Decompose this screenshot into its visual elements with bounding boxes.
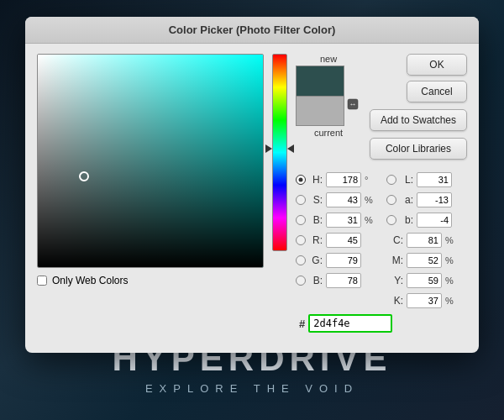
field-b-input[interactable] bbox=[326, 213, 361, 228]
field-b-label: B: bbox=[309, 214, 323, 226]
color-current-swatch[interactable] bbox=[296, 96, 344, 126]
color-field-wrap bbox=[37, 54, 264, 268]
fields-section: H: ° S: % B: % bbox=[296, 171, 467, 309]
field-g-row: G: bbox=[296, 252, 376, 269]
field-m-label: M: bbox=[386, 255, 403, 266]
field-l-radio[interactable] bbox=[386, 175, 396, 185]
dialog-title: Color Picker (Photo Filter Color) bbox=[169, 24, 336, 36]
field-b-row: B: % bbox=[296, 212, 376, 228]
field-l-row: L: bbox=[386, 171, 467, 188]
field-y-input[interactable] bbox=[407, 273, 442, 288]
color-new-swatch[interactable] bbox=[296, 66, 344, 96]
field-h-row: H: ° bbox=[296, 171, 376, 188]
field-y-row: Y: % bbox=[386, 272, 467, 289]
hue-slider-wrap bbox=[272, 54, 287, 251]
hyperdrive-subtitle: EXPLORE THE VOID bbox=[112, 382, 391, 395]
color-preview-block: new ↔ bbox=[296, 54, 361, 138]
new-label: new bbox=[320, 54, 337, 64]
hex-input[interactable] bbox=[308, 314, 392, 333]
field-c-label: C: bbox=[386, 234, 403, 246]
only-web-colors-checkbox[interactable] bbox=[37, 276, 47, 286]
field-m-row: M: % bbox=[386, 252, 467, 269]
field-r-label: R: bbox=[309, 234, 323, 246]
hue-slider[interactable] bbox=[272, 54, 287, 251]
field-s-unit: % bbox=[365, 195, 376, 205]
field-r-row: R: bbox=[296, 232, 376, 249]
field-k-input[interactable] bbox=[407, 293, 442, 308]
only-web-colors-label: Only Web Colors bbox=[52, 275, 128, 286]
color-libraries-button[interactable]: Color Libraries bbox=[370, 138, 467, 160]
field-h-unit: ° bbox=[365, 175, 376, 185]
field-b3-label: b: bbox=[400, 214, 413, 226]
field-m-input[interactable] bbox=[407, 253, 442, 268]
hue-arrow-left bbox=[265, 144, 272, 153]
field-b3-input[interactable] bbox=[417, 213, 452, 228]
only-web-colors-row: Only Web Colors bbox=[37, 275, 264, 286]
field-a-input[interactable] bbox=[417, 192, 452, 207]
field-h-label: H: bbox=[309, 174, 323, 186]
field-b2-row: B: bbox=[296, 272, 376, 289]
field-a-radio[interactable] bbox=[386, 195, 396, 205]
field-b-unit: % bbox=[365, 215, 376, 225]
field-y-unit: % bbox=[445, 276, 457, 286]
field-s-input[interactable] bbox=[326, 192, 361, 207]
field-b-radio[interactable] bbox=[296, 215, 306, 225]
hue-arrow-right bbox=[287, 144, 294, 153]
field-g-radio[interactable] bbox=[296, 255, 306, 265]
ok-button[interactable]: OK bbox=[407, 54, 467, 76]
dialog-titlebar: Color Picker (Photo Filter Color) bbox=[25, 17, 479, 44]
field-b2-radio[interactable] bbox=[296, 276, 306, 286]
swatch-pair: ↔ bbox=[296, 66, 361, 126]
svg-text:↔: ↔ bbox=[349, 100, 357, 108]
field-a-row: a: bbox=[386, 192, 467, 208]
color-brightness-gradient bbox=[38, 55, 263, 267]
field-k-row: K: % bbox=[386, 292, 467, 309]
hue-slider-container bbox=[272, 54, 287, 333]
field-b2-input[interactable] bbox=[326, 273, 361, 288]
field-a-label: a: bbox=[400, 194, 413, 206]
current-label: current bbox=[314, 128, 343, 138]
hsb-rgb-fields: H: ° S: % B: % bbox=[296, 171, 376, 309]
field-h-radio[interactable] bbox=[296, 175, 306, 185]
hex-row: # bbox=[296, 314, 467, 333]
field-l-label: L: bbox=[400, 174, 413, 186]
field-h-input[interactable] bbox=[326, 172, 361, 187]
field-b3-row: b: bbox=[386, 212, 467, 228]
dialog-body: Only Web Colors new bbox=[25, 44, 479, 339]
preview-and-buttons: new ↔ bbox=[296, 54, 361, 138]
field-s-row: S: % bbox=[296, 192, 376, 208]
color-field[interactable] bbox=[37, 54, 264, 268]
top-right-row: new ↔ bbox=[296, 54, 467, 160]
field-c-unit: % bbox=[445, 235, 457, 245]
cancel-button[interactable]: Cancel bbox=[407, 81, 467, 102]
buttons-column: OK Cancel Add to Swatches Color Librarie… bbox=[370, 54, 467, 160]
field-l-input[interactable] bbox=[417, 172, 452, 187]
color-picker-dialog: Color Picker (Photo Filter Color) Only W… bbox=[25, 17, 479, 353]
field-k-unit: % bbox=[445, 296, 457, 306]
field-s-label: S: bbox=[309, 194, 323, 206]
field-g-input[interactable] bbox=[326, 253, 361, 268]
left-panel: Only Web Colors bbox=[37, 54, 264, 333]
field-c-row: C: % bbox=[386, 232, 467, 249]
field-g-label: G: bbox=[309, 255, 323, 266]
hash-symbol: # bbox=[299, 318, 305, 330]
add-to-swatches-button[interactable]: Add to Swatches bbox=[370, 109, 467, 131]
field-r-radio[interactable] bbox=[296, 235, 306, 245]
field-k-label: K: bbox=[386, 295, 403, 307]
field-y-label: Y: bbox=[386, 275, 403, 286]
field-c-input[interactable] bbox=[407, 233, 442, 248]
color-saturation-gradient bbox=[38, 55, 263, 267]
field-r-input[interactable] bbox=[326, 233, 361, 248]
right-panel: new ↔ bbox=[296, 54, 467, 333]
field-b3-radio[interactable] bbox=[386, 215, 396, 225]
swap-icon: ↔ bbox=[347, 98, 359, 110]
swap-colors-button[interactable]: ↔ bbox=[344, 96, 361, 113]
field-b2-label: B: bbox=[309, 275, 323, 286]
field-s-radio[interactable] bbox=[296, 195, 306, 205]
lab-cmyk-fields: L: a: b: bbox=[386, 171, 467, 309]
field-m-unit: % bbox=[445, 255, 457, 265]
swatch-colors bbox=[296, 66, 344, 126]
